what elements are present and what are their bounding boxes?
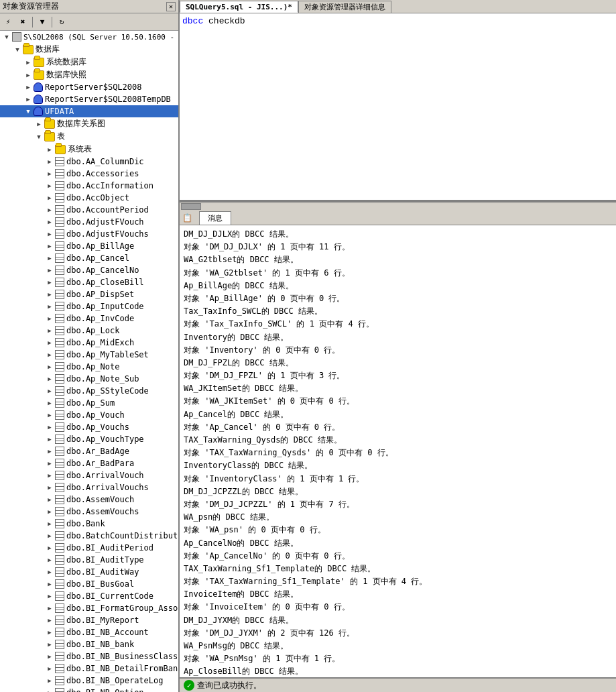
table-batchcount[interactable]: ▶ dbo.BatchCountDistributeList — [0, 530, 178, 542]
table-bi-nb-account[interactable]: ▶ dbo.BI_NB_Account — [0, 626, 178, 638]
t33-expand: ▶ — [44, 542, 55, 553]
table-ap-vouchtype[interactable]: ▶ dbo.Ap_VouchType — [0, 433, 178, 445]
t32-icon — [55, 531, 64, 540]
table-ap-mytableset[interactable]: ▶ dbo.Ap_MyTableSet — [0, 349, 178, 361]
t7-expand: ▶ — [44, 229, 55, 239]
table-accinformation[interactable]: ▶ dbo.AccInformation — [0, 180, 178, 192]
table-adjustfvouchs[interactable]: ▶ dbo.AdjustFVouchs — [0, 228, 178, 240]
table-ap-cancel[interactable]: ▶ dbo.Ap_Cancel — [0, 252, 178, 264]
table-ap-lock[interactable]: ▶ dbo.Ap_Lock — [0, 325, 178, 337]
t38-label: dbo.BI_FormatGroup_Associate — [66, 603, 178, 613]
disconnect-button[interactable]: ✖ — [16, 15, 29, 29]
table-bank[interactable]: ▶ dbo.Bank — [0, 518, 178, 530]
table-ar-badpara[interactable]: ▶ dbo.Ar_BadPara — [0, 457, 178, 469]
table-adjustfvouch[interactable]: ▶ dbo.AdjustFVouch — [0, 216, 178, 228]
table-bi-myreport[interactable]: ▶ dbo.BI_MyReport — [0, 614, 178, 626]
snapshots-node[interactable]: ▶ 数据库快照 — [0, 68, 178, 81]
table-bi-nb-operatelog[interactable]: ▶ dbo.BI_NB_OperateLog — [0, 675, 178, 687]
query-keyword: dbcc — [182, 16, 203, 26]
databases-node[interactable]: ▼ 数据库 — [0, 43, 178, 56]
message-line: 对象 'Inventory' 的 0 页中有 0 行。 — [184, 344, 612, 357]
table-bi-auditperiod[interactable]: ▶ dbo.BI_AuditPeriod — [0, 542, 178, 554]
t1-label: dbo.AA_ColumnDic — [66, 157, 144, 166]
t8-expand: ▶ — [44, 241, 55, 251]
message-line: 对象 'Ap_CancelNo' 的 0 页中有 0 行。 — [184, 550, 612, 563]
table-arrivalvouchs[interactable]: ▶ dbo.ArrivalVouchs — [0, 481, 178, 494]
table-ap-note[interactable]: ▶ dbo.Ap_Note — [0, 361, 178, 373]
table-bi-nb-businessclass[interactable]: ▶ dbo.BI_NB_BusinessClass — [0, 650, 178, 662]
table-ap-midexch[interactable]: ▶ dbo.Ap_MidExch — [0, 337, 178, 349]
table-ap-sstylecode[interactable]: ▶ dbo.Ap_SStyleCode — [0, 385, 178, 397]
t11-expand: ▶ — [44, 277, 55, 288]
table-bi-nb-option[interactable]: ▶ dbo.BI_NB_Option — [0, 687, 178, 692]
refresh-button[interactable]: ↻ — [55, 15, 68, 29]
system-dbs-node[interactable]: ▶ 系统数据库 — [0, 56, 178, 68]
query-editor[interactable]: dbcc checkdb — [180, 13, 616, 201]
left-panel-close-button[interactable]: ✕ — [166, 2, 176, 11]
table-ar-badage[interactable]: ▶ dbo.Ar_BadAge — [0, 445, 178, 457]
table-arrivalvouch[interactable]: ▶ dbo.ArrivalVouch — [0, 469, 178, 481]
table-assembvouch[interactable]: ▶ dbo.AssemVouch — [0, 494, 178, 506]
table-ap-dispset[interactable]: ▶ dbo.AP_DispSet — [0, 288, 178, 300]
table-ap-inputcode[interactable]: ▶ dbo.Ap_InputCode — [0, 300, 178, 312]
table-bi-audittype[interactable]: ▶ dbo.BI_AuditType — [0, 554, 178, 566]
system-tables-label: 系统表 — [68, 143, 92, 155]
t27-expand: ▶ — [44, 470, 55, 481]
t4-label: dbo.AccObject — [66, 193, 129, 203]
db-diagram-node[interactable]: ▶ 数据库关系图 — [0, 117, 178, 130]
table-accountperiod[interactable]: ▶ dbo.AccountPeriod — [0, 204, 178, 216]
t12-icon — [55, 290, 64, 299]
t26-expand: ▶ — [44, 458, 55, 469]
table-bi-formatgroup[interactable]: ▶ dbo.BI_FormatGroup_Associate — [0, 602, 178, 614]
t14-expand: ▶ — [44, 313, 55, 324]
t18-label: dbo.Ap_Note — [66, 362, 119, 371]
db-ufdata-expand: ▼ — [23, 106, 34, 117]
db-ufdata[interactable]: ▼ UFDATA — [0, 105, 178, 117]
table-ap-closebill[interactable]: ▶ dbo.Ap_CloseBill — [0, 276, 178, 288]
table-accessories[interactable]: ▶ dbo.Accessories — [0, 168, 178, 180]
table-ap-vouch[interactable]: ▶ dbo.Ap_Vouch — [0, 409, 178, 421]
table-bi-busgoal[interactable]: ▶ dbo.BI_BusGoal — [0, 578, 178, 590]
table-bi-currentcode[interactable]: ▶ dbo.BI_CurrentCode — [0, 590, 178, 602]
db-reportserver-label: ReportServer$SQL2008 — [45, 82, 142, 92]
message-line: Tax_TaxInfo_SWCL的 DBCC 结果。 — [184, 305, 612, 318]
server-node[interactable]: ▼ S\SQL2008 (SQL Server 10.50.1600 - JIS… — [0, 31, 178, 43]
t36-icon — [55, 579, 64, 589]
table-aa-columndict[interactable]: ▶ dbo.AA_ColumnDic — [0, 156, 178, 168]
db-reportserver[interactable]: ▶ ReportServer$SQL2008 — [0, 81, 178, 93]
system-tables-node[interactable]: ▶ 系统表 — [0, 143, 178, 156]
t16-icon — [55, 338, 64, 347]
tab-object-details[interactable]: 对象资源管理器详细信息 — [298, 1, 391, 13]
t8-icon — [55, 241, 64, 251]
table-assembvouchs[interactable]: ▶ dbo.AssemVouchs — [0, 506, 178, 518]
table-ap-invcode[interactable]: ▶ dbo.Ap_InvCode — [0, 312, 178, 325]
t7-label: dbo.AdjustFVouchs — [66, 229, 149, 239]
table-ap-vouchs[interactable]: ▶ dbo.Ap_Vouchs — [0, 421, 178, 433]
query-hscrollbar[interactable] — [180, 201, 616, 211]
t42-icon — [55, 652, 64, 661]
db-reportservertempdb[interactable]: ▶ ReportServer$SQL2008TempDB — [0, 93, 178, 105]
db-reportserver-expand: ▶ — [23, 82, 34, 93]
filter-button[interactable]: ▼ — [36, 15, 49, 29]
t14-label: dbo.Ap_InvCode — [66, 314, 134, 323]
table-bi-auditway[interactable]: ▶ dbo.BI_AuditWay — [0, 566, 178, 578]
results-tab-messages[interactable]: 消息 — [199, 211, 231, 225]
tables-node[interactable]: ▼ 表 — [0, 130, 178, 143]
message-line: 对象 'WA_G2tblset' 的 1 页中有 6 行。 — [184, 267, 612, 280]
table-accobject[interactable]: ▶ dbo.AccObject — [0, 192, 178, 204]
table-bi-nb-bank[interactable]: ▶ dbo.BI_NB_bank — [0, 638, 178, 650]
tab-sqlquery[interactable]: SQLQuery5.sql - JIS...)* — [180, 1, 298, 13]
table-ap-note-sub[interactable]: ▶ dbo.Ap_Note_Sub — [0, 373, 178, 385]
t37-label: dbo.BI_CurrentCode — [66, 591, 153, 601]
t30-icon — [55, 507, 64, 516]
message-line: Ap_CancelNo的 DBCC 结果。 — [184, 537, 612, 550]
t9-label: dbo.Ap_Cancel — [66, 253, 129, 263]
tree-view[interactable]: ▼ S\SQL2008 (SQL Server 10.50.1600 - JIS… — [0, 31, 178, 692]
t38-icon — [55, 603, 64, 613]
t1-icon — [55, 157, 64, 166]
connect-button[interactable]: ⚡ — [1, 15, 15, 29]
table-ap-sum[interactable]: ▶ dbo.Ap_Sum — [0, 397, 178, 409]
table-ap-cancelno[interactable]: ▶ dbo.Ap_CancelNo — [0, 264, 178, 276]
table-bi-nb-detailfrombank[interactable]: ▶ dbo.BI_NB_DetailFromBank — [0, 662, 178, 675]
table-ap-billage[interactable]: ▶ dbo.Ap_BillAge — [0, 240, 178, 252]
